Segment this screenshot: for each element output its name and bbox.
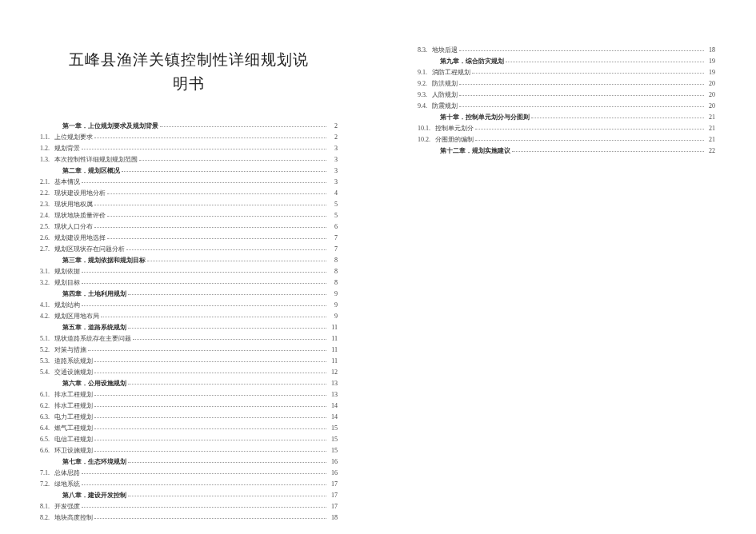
toc-entry-page: 9 (328, 311, 338, 322)
toc-leader-dots (82, 271, 326, 273)
toc-leader-dots (82, 148, 326, 149)
toc-entry-number: 3.2. (40, 277, 50, 289)
toc-entry: 5.2.对策与措施11 (40, 345, 338, 356)
toc-entry-label: 本次控制性详细规划规划范围 (54, 154, 138, 165)
toc-entry-page: 8 (328, 255, 338, 266)
toc-leader-dots (459, 83, 704, 85)
toc-entry: 5.3.道路系统规划11 (40, 356, 338, 367)
toc-entry-page: 13 (328, 389, 338, 400)
toc-entry-label: 分图册的编制 (435, 134, 474, 145)
toc-leader-dots (94, 450, 326, 452)
toc-entry: 1.1.上位规划要求2 (40, 132, 338, 143)
toc-entry-number: 8.2. (40, 512, 50, 524)
toc-entry: 1.2.规划背景3 (40, 143, 338, 154)
left-page: 五峰县渔洋关镇控制性详细规划说明书 第一章．上位规划要求及规划背景21.1.上位… (0, 0, 378, 534)
toc-leader-dots (128, 495, 326, 496)
toc-entry: 6.2.排水工程规划14 (40, 400, 338, 412)
toc-entry-number: 2.4. (40, 210, 50, 221)
toc-entry-number: 6.5. (40, 434, 50, 445)
toc-entry: 4.1.规划结构9 (40, 300, 338, 311)
toc-entry: 8.2.地块高度控制18 (40, 512, 338, 524)
toc-entry-number: 6.2. (40, 400, 50, 412)
document-spread: 五峰县渔洋关镇控制性详细规划说明书 第一章．上位规划要求及规划背景21.1.上位… (0, 0, 756, 534)
toc-leader-dots (82, 484, 326, 485)
toc-leader-dots (82, 181, 326, 183)
toc-entry-label: 绿地系统 (54, 479, 80, 490)
toc-leader-dots (94, 428, 326, 429)
toc-entry-page: 3 (328, 154, 338, 165)
toc-entry-number: 5.2. (40, 345, 50, 356)
toc-entry-label: 第二章．规划区概况 (62, 165, 120, 177)
toc-entry-number: 6.3. (40, 412, 50, 423)
toc-entry-number: 4.1. (40, 300, 50, 311)
toc-entry: 9.1.消防工程规划19 (418, 67, 715, 78)
toc-entry: 第六章．公用设施规划13 (40, 378, 338, 389)
toc-entry: 5.4.交通设施规划12 (40, 367, 338, 378)
toc-leader-dots (94, 137, 326, 138)
toc-leader-dots (94, 405, 326, 407)
toc-entry-page: 4 (328, 188, 338, 199)
toc-entry: 10.1.控制单元划分21 (418, 123, 715, 134)
right-page: 8.3.地块后退18第九章．综合防灾规划199.1.消防工程规划199.2.防洪… (378, 0, 755, 534)
toc-entry-number: 6.1. (40, 389, 50, 400)
toc-entry-number: 1.2. (40, 143, 50, 154)
toc-entry-page: 9 (328, 300, 338, 311)
toc-entry-label: 规划区现状存在问题分析 (54, 244, 125, 255)
toc-entry: 5.1.现状道路系统存在主要问题11 (40, 333, 338, 345)
toc-entry-label: 对策与措施 (54, 345, 86, 356)
toc-entry-page: 21 (706, 134, 715, 145)
toc-leader-dots (475, 139, 704, 141)
toc-entry-label: 电力工程规划 (54, 412, 93, 423)
toc-entry-label: 开发强度 (54, 501, 80, 512)
toc-leader-dots (101, 316, 326, 317)
toc-entry-label: 第十二章．规划实施建议 (440, 145, 510, 157)
toc-entry-number: 2.1. (40, 177, 50, 188)
toc-entry-label: 地块高度控制 (54, 512, 93, 524)
toc-leader-dots (107, 215, 326, 217)
toc-entry-number: 7.1. (40, 468, 50, 479)
toc-entry: 9.2.防洪规划20 (418, 78, 715, 90)
toc-entry-page: 14 (328, 412, 338, 423)
toc-entry-label: 规划结构 (54, 300, 80, 311)
toc-entry-label: 现状道路系统存在主要问题 (54, 333, 131, 345)
toc-entry-page: 20 (706, 78, 715, 90)
toc-leader-dots (82, 506, 326, 508)
toc-entry: 第九章．综合防灾规划19 (418, 56, 715, 67)
toc-entry: 7.2.绿地系统17 (40, 479, 338, 490)
toc-entry-page: 11 (328, 345, 338, 356)
toc-entry: 2.3.现状用地权属5 (40, 199, 338, 210)
toc-entry-page: 12 (328, 367, 338, 378)
toc-entry-label: 第十章．控制单元划分与分图则 (440, 112, 530, 123)
toc-entry-number: 2.6. (40, 233, 50, 244)
toc-entry-page: 21 (706, 123, 715, 134)
toc-entry-label: 基本情况 (54, 177, 80, 188)
toc-leader-dots (88, 349, 326, 351)
toc-entry-number: 10.2. (418, 134, 430, 145)
toc-leader-dots (94, 394, 326, 396)
toc-entry: 7.1.总体思路16 (40, 468, 338, 479)
toc-entry-page: 19 (706, 67, 715, 78)
toc-leader-dots (107, 193, 326, 194)
toc-entry-number: 2.2. (40, 188, 50, 199)
toc-entry-page: 8 (328, 277, 338, 289)
toc-leader-dots (506, 61, 704, 62)
toc-entry-number: 7.2. (40, 479, 50, 490)
toc-entry-page: 6 (328, 221, 338, 233)
toc-entry-number: 2.5. (40, 221, 50, 233)
toc-entry-label: 排水工程规划 (54, 400, 93, 412)
toc-entry-label: 规划区用地布局 (54, 311, 99, 322)
toc-leader-dots (128, 293, 326, 295)
toc-entry-page: 19 (706, 56, 715, 67)
toc-entry-page: 7 (328, 233, 338, 244)
toc-entry-page: 18 (328, 512, 338, 524)
toc-entry-page: 16 (328, 468, 338, 479)
toc-entry-label: 规划建设用地选择 (54, 233, 106, 244)
toc-entry-number: 9.4. (418, 101, 427, 112)
toc-entry: 9.3.人防规划20 (418, 90, 715, 101)
toc-entry-number: 8.1. (40, 501, 50, 512)
toc-entry-page: 22 (706, 145, 715, 157)
toc-entry-page: 15 (328, 434, 338, 445)
toc-entry-page: 15 (328, 423, 338, 434)
toc-entry: 6.3.电力工程规划14 (40, 412, 338, 423)
toc-entry-page: 8 (328, 266, 338, 277)
